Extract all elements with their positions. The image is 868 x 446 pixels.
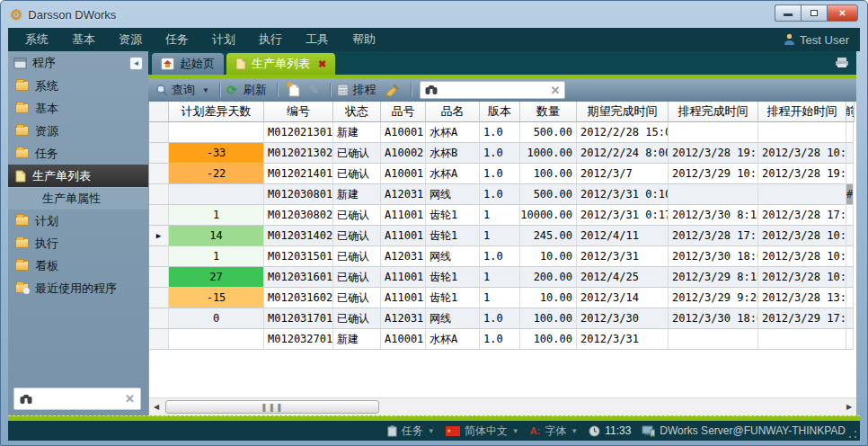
menu-item[interactable]: 任务 bbox=[154, 31, 200, 48]
row-selector[interactable] bbox=[149, 143, 169, 164]
toolbar-search-box[interactable]: ✕ bbox=[420, 81, 565, 99]
task-menu[interactable]: 任务 ▼ bbox=[387, 424, 435, 439]
table-row[interactable]: -22M012021401已确认A10001水杯A1.0100.002012/3… bbox=[149, 164, 856, 184]
clock-icon bbox=[23, 288, 30, 294]
menu-item[interactable]: 执行 bbox=[247, 31, 294, 48]
table-row[interactable]: ▶14M012031402已确认A11001齿轮11245.002012/4/1… bbox=[149, 226, 856, 246]
font-caret-icon: ▼ bbox=[571, 427, 578, 435]
calculator-icon bbox=[337, 84, 349, 96]
sidebar-item[interactable]: 看板 bbox=[8, 254, 148, 277]
column-header[interactable]: 状态 bbox=[333, 102, 381, 122]
row-selector[interactable] bbox=[149, 122, 169, 143]
row-selector[interactable] bbox=[149, 184, 169, 205]
item-name-cell: 水杯A bbox=[426, 122, 480, 143]
sidebar-item[interactable]: 任务 bbox=[8, 142, 148, 165]
sidebar-item-label: 生产单属性 bbox=[42, 191, 101, 207]
menu-item[interactable]: 计划 bbox=[200, 31, 247, 48]
table-row[interactable]: 0M012031701已确认A12031网线1.0100.002012/3/30… bbox=[149, 308, 856, 329]
tab-inactive[interactable]: 起始页 bbox=[152, 53, 224, 75]
column-header[interactable]: 排程开始时间 bbox=[758, 102, 846, 122]
toolbar-search-input[interactable] bbox=[440, 84, 547, 96]
minimize-button[interactable]: ▬ bbox=[775, 4, 801, 22]
resize-grip[interactable] bbox=[848, 430, 857, 439]
column-header[interactable]: 前 bbox=[846, 102, 855, 122]
ver-cell: 1 bbox=[480, 288, 520, 308]
language-menu[interactable]: ★ 简体中文 ▼ bbox=[446, 424, 519, 439]
menu-item[interactable]: 系统 bbox=[13, 31, 60, 48]
row-selector[interactable]: ▶ bbox=[149, 226, 169, 246]
table-row[interactable]: M012030801新建A12031网线1.0500.002012/3/31 0… bbox=[149, 184, 856, 205]
query-button[interactable]: 查询 ▼ bbox=[155, 82, 213, 98]
diff-days-cell: -15 bbox=[169, 288, 264, 308]
table-row[interactable]: 1M012031501已确认A12031网线1.010.002012/3/312… bbox=[149, 246, 856, 267]
scroll-left-button[interactable]: ◀ bbox=[149, 399, 164, 415]
user-icon bbox=[784, 33, 795, 46]
table-row[interactable]: 1M012030802已确认A11001齿轮1110000.002012/3/3… bbox=[149, 205, 856, 226]
sidebar-search-input[interactable] bbox=[36, 393, 121, 406]
sidebar-item[interactable]: 系统 bbox=[8, 75, 148, 97]
item-no-cell: A11001 bbox=[381, 226, 426, 246]
column-header[interactable]: 排程完成时间 bbox=[669, 102, 758, 122]
close-button[interactable]: ✕ bbox=[827, 4, 858, 22]
new-button[interactable]: ✱ bbox=[288, 84, 300, 97]
sidebar-search-clear-icon[interactable]: ✕ bbox=[125, 392, 135, 406]
table-row[interactable]: M012032701新建A10001水杯A1.0100.002012/3/31 bbox=[149, 329, 856, 350]
qty-cell: 10.00 bbox=[520, 288, 577, 308]
table-row[interactable]: -33M012021302已确认A10002水杯B1.01000.002012/… bbox=[149, 143, 856, 164]
column-header[interactable]: 期望完成时间 bbox=[577, 102, 669, 122]
sidebar-item[interactable]: 最近使用的程序 bbox=[8, 277, 148, 299]
printer-icon[interactable] bbox=[835, 56, 849, 72]
horizontal-scrollbar[interactable]: ◀ ❚❚❚ ▶ bbox=[149, 397, 856, 415]
query-label: 查询 bbox=[172, 82, 195, 98]
language-caret-icon: ▼ bbox=[512, 427, 519, 435]
item-name-cell: 齿轮1 bbox=[426, 226, 480, 246]
tab-close-icon[interactable]: ✖ bbox=[318, 58, 326, 70]
row-selector[interactable] bbox=[149, 329, 169, 350]
refresh-button[interactable]: ⟳ 刷新 bbox=[226, 82, 270, 98]
menu-item[interactable]: 基本 bbox=[60, 31, 107, 48]
row-selector[interactable] bbox=[149, 288, 169, 308]
restore-button[interactable] bbox=[801, 4, 827, 22]
sidebar-item[interactable]: 基本 bbox=[8, 97, 148, 120]
schedule-button[interactable]: 排程 bbox=[337, 82, 379, 98]
item-name-cell: 水杯A bbox=[426, 164, 480, 184]
sidebar-item[interactable]: 计划 bbox=[8, 210, 148, 232]
row-selector[interactable] bbox=[149, 308, 169, 329]
table-row[interactable]: -15M012031602已确认A11001齿轮1110.002012/3/14… bbox=[149, 288, 856, 308]
menu-item[interactable]: 帮助 bbox=[341, 31, 387, 48]
column-header[interactable]: 品名 bbox=[426, 102, 480, 122]
column-header[interactable]: 品号 bbox=[381, 102, 426, 122]
sidebar-item[interactable]: 生产单属性 bbox=[8, 187, 148, 210]
row-selector[interactable] bbox=[149, 205, 169, 226]
column-header[interactable]: 版本 bbox=[480, 102, 520, 122]
table-row[interactable]: 27M012031601已确认A11001齿轮11200.002012/4/25… bbox=[149, 267, 856, 288]
edit-pencil-icon[interactable]: ✎ bbox=[309, 83, 320, 97]
scrollbar-thumb[interactable]: ❚❚❚ bbox=[165, 400, 379, 414]
sidebar-item[interactable]: 生产单列表 bbox=[8, 165, 148, 187]
sidebar-item[interactable]: 资源 bbox=[8, 120, 148, 142]
scroll-right-button[interactable]: ▶ bbox=[842, 399, 856, 415]
row-selector[interactable] bbox=[149, 164, 169, 184]
row-selector[interactable] bbox=[149, 246, 169, 267]
sidebar-collapse-button[interactable]: ◄ bbox=[129, 57, 143, 70]
column-header[interactable]: 数量 bbox=[520, 102, 577, 122]
table-row[interactable]: M012021301新建A10001水杯A1.0500.002012/2/28 … bbox=[149, 122, 856, 143]
tab-active[interactable]: 生产单列表✖ bbox=[226, 53, 335, 75]
clear-broom-icon[interactable] bbox=[385, 84, 399, 97]
sidebar-search-box[interactable]: ✕ bbox=[13, 388, 141, 410]
menu-item[interactable]: 工具 bbox=[294, 31, 341, 48]
table-header-row: 计划差异天数编号状态品号品名版本数量期望完成时间排程完成时间排程开始时间前 bbox=[149, 102, 856, 122]
font-menu[interactable]: A: 字体 ▼ bbox=[530, 424, 579, 439]
toolbar-search-clear-icon[interactable]: ✕ bbox=[550, 84, 560, 97]
diff-days-cell: 14 bbox=[169, 226, 264, 246]
column-header[interactable]: 编号 bbox=[264, 102, 333, 122]
sched-start-cell: 2012/3/28 10:52 bbox=[758, 226, 846, 246]
sidebar-item[interactable]: 执行 bbox=[8, 232, 148, 254]
title-bar[interactable]: ⚙ Darsson DWorks ▬ ✕ bbox=[1, 1, 867, 28]
query-dropdown-caret[interactable]: ▼ bbox=[202, 86, 209, 94]
sidebar-title: 程序 bbox=[32, 55, 129, 71]
menu-item[interactable]: 资源 bbox=[107, 31, 154, 48]
column-header[interactable]: 计划差异天数 bbox=[169, 102, 264, 122]
row-selector[interactable] bbox=[149, 267, 169, 288]
user-area[interactable]: Test User bbox=[784, 33, 855, 47]
